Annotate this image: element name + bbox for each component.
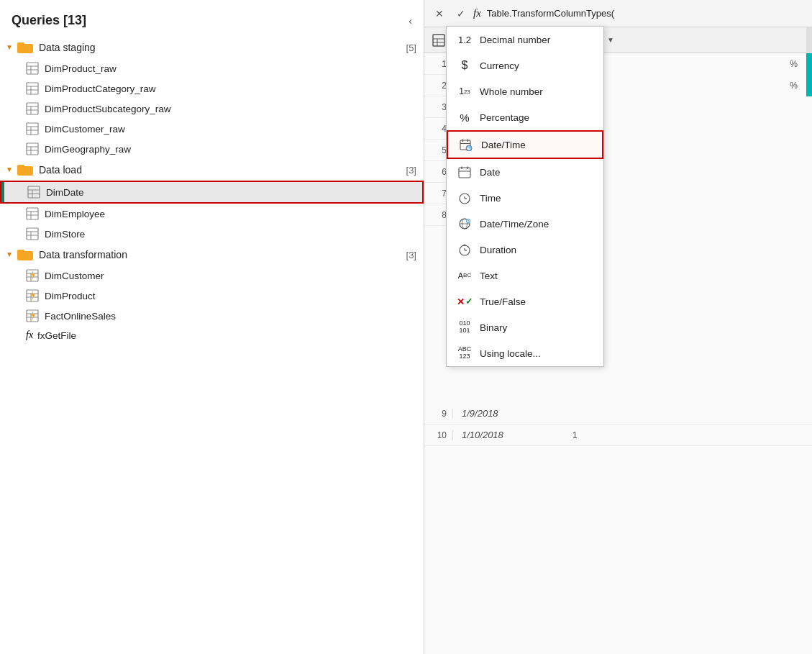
- check-button[interactable]: ✓: [452, 4, 470, 23]
- list-item[interactable]: DimStore: [0, 224, 424, 244]
- query-name: DimProduct_raw: [45, 63, 117, 74]
- svg-rect-2: [27, 63, 38, 74]
- dropdown-label-percentage: Percentage: [480, 112, 529, 123]
- dropdown-label-date: Date: [480, 167, 501, 178]
- dropdown-item-time[interactable]: Time: [447, 185, 603, 211]
- binary-icon: 010101: [457, 319, 473, 335]
- query-name: DimEmployee: [45, 209, 105, 219]
- list-item[interactable]: DimEmployee: [0, 204, 424, 224]
- query-name: DimProductSubcategory_raw: [45, 104, 171, 114]
- dropdown-label-locale: Using locale...: [480, 348, 541, 359]
- lightning-table-icon: [26, 309, 39, 322]
- list-item[interactable]: FactOnlineSales: [0, 306, 424, 326]
- group-count-transform: [3]: [406, 250, 416, 260]
- svg-rect-37: [17, 250, 24, 253]
- dropdown-item-currency[interactable]: $ Currency: [447, 53, 603, 78]
- group-data-transformation[interactable]: ▼ Data transformation [3]: [0, 244, 424, 265]
- dropdown-label-duration: Duration: [480, 245, 516, 255]
- svg-marker-47: [31, 291, 35, 301]
- list-item[interactable]: DimProduct: [0, 286, 424, 306]
- dropdown-item-locale[interactable]: ABC123 Using locale...: [447, 340, 603, 366]
- collapse-button[interactable]: ‹: [409, 15, 412, 27]
- table-icon: [26, 142, 39, 155]
- list-item[interactable]: DimProductCategory_raw: [0, 78, 424, 99]
- svg-rect-24: [28, 186, 40, 198]
- dropdown-item-whole[interactable]: 123 Whole number: [447, 78, 603, 104]
- table-icon: [26, 82, 39, 95]
- formula-bar: ✕ ✓ fx Table.TransformColumnTypes(: [424, 0, 812, 27]
- svg-rect-1: [17, 42, 24, 45]
- group-data-staging[interactable]: ▼ Data staging [5]: [0, 37, 424, 58]
- queries-header: Queries [13] ‹: [0, 0, 424, 37]
- group-data-load[interactable]: ▼ Data load [3]: [0, 159, 424, 181]
- group-name-load: Data load: [39, 164, 406, 176]
- query-name: DimCustomer_raw: [45, 124, 125, 135]
- group-name-staging: Data staging: [39, 42, 406, 53]
- folder-icon: [17, 248, 33, 261]
- dropdown-label-text: Text: [480, 271, 498, 281]
- row-number: 9: [424, 409, 453, 419]
- list-item[interactable]: DimProductSubcategory_raw: [0, 99, 424, 119]
- list-item[interactable]: DimGeography_raw: [0, 139, 424, 159]
- lightning-table-icon: [26, 289, 39, 302]
- active-indicator: [1, 182, 4, 202]
- group-count-staging: [5]: [406, 42, 416, 53]
- query-name: DimStore: [45, 229, 85, 240]
- dropdown-item-date[interactable]: Date: [447, 159, 603, 185]
- fx-formula-icon: fx: [473, 7, 481, 19]
- list-item[interactable]: DimProduct_raw: [0, 58, 424, 78]
- dropdown-label-time: Time: [480, 193, 501, 204]
- triangle-icon: ▼: [6, 165, 14, 174]
- svg-rect-32: [27, 228, 38, 240]
- dropdown-label-currency: Currency: [480, 60, 519, 71]
- svg-marker-52: [31, 311, 35, 321]
- table-icon: [26, 102, 39, 115]
- type-dropdown-menu: 1.2 Decimal number $ Currency 123 Whole …: [446, 26, 604, 367]
- dropdown-item-text[interactable]: ABC Text: [447, 263, 603, 289]
- group-count-load: [3]: [406, 165, 416, 176]
- list-item[interactable]: DimCustomer_raw: [0, 119, 424, 139]
- list-item[interactable]: DimCustomer: [0, 265, 424, 286]
- svg-rect-53: [433, 35, 444, 46]
- dropdown-item-percentage[interactable]: % Percentage: [447, 104, 603, 130]
- text-icon: ABC: [457, 268, 473, 283]
- dropdown-item-duration[interactable]: Duration: [447, 237, 603, 263]
- table-row: 9 1/9/2018: [424, 403, 812, 424]
- dropdown-label-binary: Binary: [480, 322, 507, 333]
- svg-rect-14: [27, 123, 38, 135]
- dropdown-item-binary[interactable]: 010101 Binary: [447, 314, 603, 340]
- row-cell: 1/9/2018: [453, 408, 568, 419]
- dropdown-item-datetimezone[interactable]: Date/Time/Zone: [447, 211, 603, 237]
- svg-marker-42: [31, 271, 35, 281]
- currency-icon: $: [457, 58, 473, 73]
- query-name: FactOnlineSales: [45, 311, 116, 322]
- query-name-dimdate: DimDate: [46, 187, 84, 198]
- dropdown-label-decimal: Decimal number: [480, 35, 550, 45]
- dropdown-item-truefalse[interactable]: ✕ ✓ True/False: [447, 289, 603, 314]
- query-name: DimCustomer: [45, 271, 104, 281]
- dropdown-item-decimal[interactable]: 1.2 Decimal number: [447, 27, 603, 53]
- dropdown-label-datetimezone: Date/Time/Zone: [480, 219, 549, 230]
- queries-title: Queries [13]: [12, 13, 86, 28]
- pct-labels: % %: [790, 53, 798, 96]
- group-name-transform: Data transformation: [39, 249, 406, 260]
- fx-item[interactable]: fx fxGetFile: [0, 326, 424, 345]
- dropdown-label-truefalse: True/False: [480, 296, 526, 307]
- folder-icon: [17, 163, 33, 176]
- day-dropdown-arrow[interactable]: ▼: [607, 36, 614, 44]
- fx-icon: fx: [26, 330, 33, 341]
- triangle-icon: ▼: [6, 43, 14, 52]
- triangle-icon: ▼: [6, 250, 14, 259]
- folder-icon: [17, 41, 33, 54]
- table-icon: [26, 62, 39, 75]
- datetimezone-icon: [457, 216, 473, 232]
- close-button[interactable]: ✕: [430, 4, 449, 23]
- scroll-handle[interactable]: [806, 27, 812, 53]
- list-item-dimdate[interactable]: DimDate: [0, 181, 424, 204]
- dropdown-item-datetime[interactable]: Date/Time: [447, 130, 603, 159]
- svg-rect-10: [27, 103, 38, 114]
- table-icon: [26, 122, 39, 135]
- query-list: ▼ Data staging [5] DimProduct_raw DimPro…: [0, 37, 424, 654]
- formula-input[interactable]: Table.TransformColumnTypes(: [487, 8, 806, 19]
- locale-icon: ABC123: [457, 345, 473, 361]
